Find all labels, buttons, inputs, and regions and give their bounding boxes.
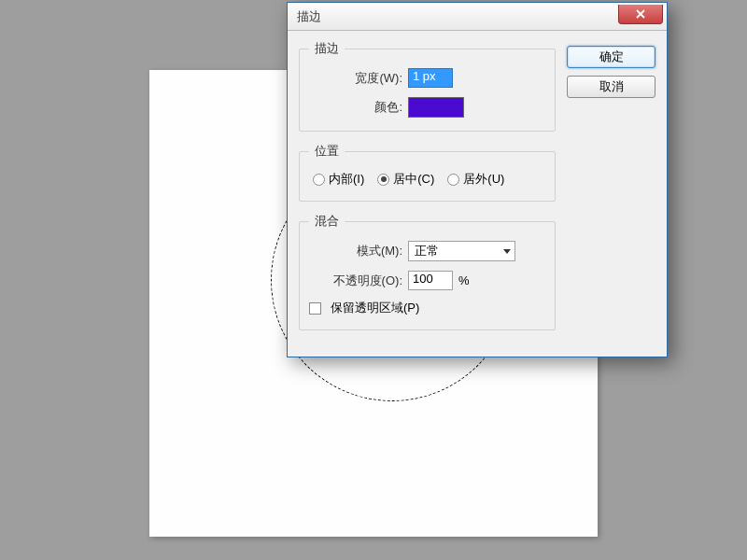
position-group: 位置 内部(I) 居中(C) 居外(U) — [299, 143, 556, 202]
mode-label: 模式(M): — [309, 243, 402, 259]
stroke-legend: 描边 — [309, 40, 345, 57]
cancel-button-label: 取消 — [599, 78, 624, 95]
checkbox-icon — [309, 302, 321, 315]
blend-legend: 混合 — [309, 213, 345, 230]
mode-select[interactable]: 正常 — [408, 241, 515, 261]
color-swatch[interactable] — [408, 97, 464, 118]
mode-value: 正常 — [415, 243, 439, 259]
radio-center-label: 居中(C) — [393, 171, 434, 188]
close-button[interactable] — [618, 5, 663, 24]
titlebar[interactable]: 描边 — [288, 3, 667, 31]
width-input[interactable]: 1 px — [408, 68, 453, 88]
dialog-body: 描边 宽度(W): 1 px 颜色: 位置 内部(I) — [288, 31, 667, 357]
dialog-left-column: 描边 宽度(W): 1 px 颜色: 位置 内部(I) — [299, 40, 556, 342]
preserve-label: 保留透明区域(P) — [331, 300, 419, 316]
radio-icon — [447, 174, 459, 186]
radio-center[interactable]: 居中(C) — [377, 171, 434, 188]
opacity-label: 不透明度(O): — [309, 273, 402, 289]
dialog-title: 描边 — [297, 8, 321, 25]
chevron-down-icon — [503, 249, 511, 254]
close-icon — [635, 8, 646, 20]
radio-outside-label: 居外(U) — [463, 171, 504, 188]
radio-inside-label: 内部(I) — [329, 171, 364, 188]
width-label: 宽度(W): — [309, 70, 402, 87]
stroke-dialog: 描边 描边 宽度(W): 1 px 颜色: 位置 — [287, 2, 668, 357]
radio-outside[interactable]: 居外(U) — [447, 171, 504, 188]
cancel-button[interactable]: 取消 — [567, 76, 655, 98]
ok-button-label: 确定 — [599, 49, 624, 65]
preserve-transparency-checkbox[interactable]: 保留透明区域(P) — [309, 300, 419, 316]
radio-icon — [377, 174, 389, 186]
opacity-input[interactable]: 100 — [408, 271, 453, 290]
position-legend: 位置 — [309, 143, 345, 160]
radio-inside[interactable]: 内部(I) — [313, 171, 364, 188]
stroke-group: 描边 宽度(W): 1 px 颜色: — [299, 40, 556, 132]
dialog-right-column: 确定 取消 — [567, 40, 655, 342]
ok-button[interactable]: 确定 — [567, 46, 655, 68]
opacity-suffix: % — [458, 273, 470, 287]
color-label: 颜色: — [309, 99, 402, 116]
blend-group: 混合 模式(M): 正常 不透明度(O): 100 % 保留透明 — [299, 213, 556, 330]
radio-icon — [313, 174, 325, 186]
